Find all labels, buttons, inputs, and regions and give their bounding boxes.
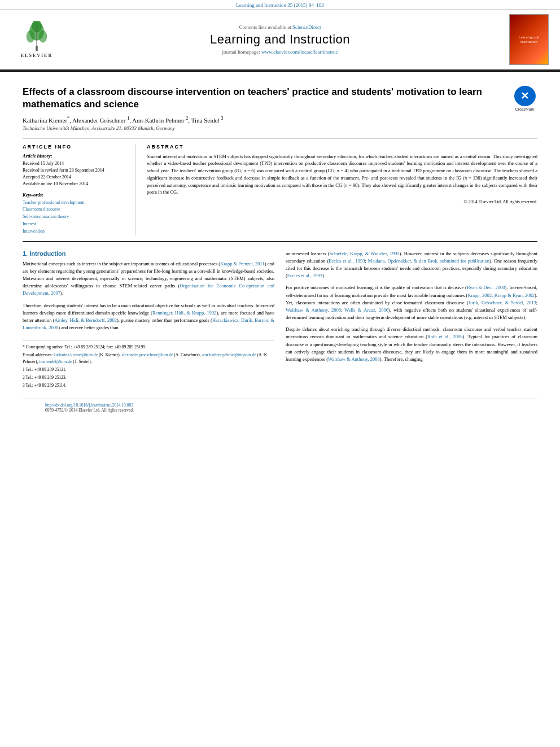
email-link-3[interactable]: ann-kathrin.pehmer@mytum.de bbox=[202, 352, 256, 357]
main-body: 1. Introduction Motivational concepts su… bbox=[23, 250, 537, 391]
journal-header: ELSEVIER Contents lists available at Sci… bbox=[0, 10, 560, 71]
abstract-header: ABSTRACT bbox=[147, 144, 537, 150]
header-divider bbox=[0, 71, 560, 72]
keyword-link-4[interactable]: Interest bbox=[23, 221, 36, 226]
article-info-column: ARTICLE INFO Article history: Received 1… bbox=[23, 144, 135, 235]
elsevier-logo-section: ELSEVIER bbox=[11, 21, 62, 58]
available-date: Available online 10 November 2014 bbox=[23, 181, 126, 187]
footnote-1: 1 Tel.: +49 89 289 25121. bbox=[23, 366, 274, 373]
keyword-link-3[interactable]: Self-determination theory bbox=[23, 214, 69, 219]
article-info-header: ARTICLE INFO bbox=[23, 144, 126, 150]
svg-point-2 bbox=[27, 30, 35, 43]
keywords-header: Keywords: bbox=[23, 192, 126, 198]
journal-cover-image: Learning and Instruction bbox=[509, 14, 549, 65]
ref-maulana[interactable]: Maulana, Opdenakker, & den Brok, submitt… bbox=[368, 258, 489, 264]
intro-paragraph-1: Motivational concepts such as interest i… bbox=[23, 260, 274, 298]
article-affiliation: Technische Universität München, Arcisstr… bbox=[23, 125, 537, 131]
right-paragraph-1: uninterested learners (Schiefele, Krapp,… bbox=[286, 250, 537, 280]
article-authors: Katharina Kiemer*, Alexander Gröschner 1… bbox=[23, 116, 537, 124]
accepted-date: Accepted 22 October 2014 bbox=[23, 174, 126, 181]
article-info-abstract-section: ARTICLE INFO Article history: Received 1… bbox=[23, 138, 537, 242]
ref-eccles-2[interactable]: Eccles et al., 1993 bbox=[287, 273, 322, 278]
ref-ryan-deci[interactable]: Ryan & Deci, 2000 bbox=[467, 285, 505, 290]
cover-title-text: Learning and Instruction bbox=[512, 35, 546, 44]
crossmark-badge[interactable]: ✕ CrossMark bbox=[512, 86, 537, 111]
keyword-link-5[interactable]: Intervention bbox=[23, 229, 45, 234]
svg-point-3 bbox=[39, 30, 47, 43]
received-date: Received 15 July 2014 bbox=[23, 160, 126, 167]
keyword-1: Teacher professional development bbox=[23, 199, 126, 207]
keyword-link-1[interactable]: Teacher professional development bbox=[23, 200, 85, 205]
crossmark-label: CrossMark bbox=[515, 107, 535, 111]
homepage-label: journal homepage: bbox=[222, 49, 260, 55]
elsevier-tree-icon bbox=[20, 21, 54, 52]
copyright-line: © 2014 Elsevier Ltd. All rights reserved… bbox=[147, 199, 537, 204]
footnote-3: 3 Tel.: +49 89 289 25114. bbox=[23, 382, 274, 389]
abstract-column: ABSTRACT Student interest and motivation… bbox=[147, 144, 537, 235]
email-link-4[interactable]: tina.seidel@tum.de bbox=[39, 359, 72, 364]
right-paragraph-2: For positive outcomes of motivated learn… bbox=[286, 284, 537, 321]
keyword-2: Classroom discourse bbox=[23, 206, 126, 213]
bottom-bar: http://dx.doi.org/10.1016/j.learninstruc… bbox=[23, 399, 537, 416]
keyword-3: Self-determination theory bbox=[23, 213, 126, 221]
article-history-items: Received 15 July 2014 Received in revise… bbox=[23, 160, 126, 187]
journal-homepage: journal homepage: www.elsevier.com/locat… bbox=[68, 49, 492, 55]
journal-title-block: Contents lists available at ScienceDirec… bbox=[68, 24, 492, 55]
email-link-2[interactable]: alexander.groeschner@tum.de bbox=[121, 352, 173, 357]
keywords-list: Teacher professional development Classro… bbox=[23, 199, 126, 235]
ref-krapp-prenzel[interactable]: Krapp & Prenzel, 2011 bbox=[220, 261, 265, 267]
keyword-link-2[interactable]: Classroom discourse bbox=[23, 207, 60, 212]
ref-krapp-2002[interactable]: Krapp, 2002; Krapp & Ryan, 2002 bbox=[467, 292, 535, 298]
section-1-heading: 1. Introduction bbox=[23, 250, 274, 257]
article-content: Effects of a classroom discourse interve… bbox=[0, 77, 560, 425]
ref-eccles[interactable]: Eccles et al., 1993 bbox=[329, 258, 365, 264]
article-history-header: Article history: bbox=[23, 153, 126, 159]
footnote-2: 2 Tel.: +49 89 289 25123. bbox=[23, 374, 274, 381]
elsevier-brand-text: ELSEVIER bbox=[21, 53, 53, 58]
doi-link[interactable]: http://dx.doi.org/10.1016/j.learninstruc… bbox=[45, 403, 133, 408]
body-right-column: uninterested learners (Schiefele, Krapp,… bbox=[286, 250, 537, 391]
received-revised-date: Received in revised form 29 September 20… bbox=[23, 167, 126, 174]
email1-name: (K. Kiemer), bbox=[99, 352, 121, 357]
ref-walshaw[interactable]: Walshaw & Anthony, 2008 bbox=[286, 307, 341, 313]
crossmark-icon: ✕ bbox=[520, 90, 529, 102]
email4-name: (T. Seidel). bbox=[73, 359, 91, 364]
ref-renninger[interactable]: Renninger, Hidi, & Krapp, 1992 bbox=[152, 310, 216, 316]
keyword-4: Interest bbox=[23, 221, 126, 228]
footnote-email: E-mail addresses: katharina.kiemer@tum.d… bbox=[23, 352, 274, 365]
ref-roth[interactable]: Roth et al., 2006 bbox=[427, 334, 462, 339]
contents-label: Contents lists available at bbox=[239, 24, 291, 30]
ref-ainley[interactable]: Ainley, Hidi, & Berndorff, 2002 bbox=[55, 317, 117, 323]
abstract-text: Student interest and motivation in STEM … bbox=[147, 153, 537, 196]
journal-reference: Learning and Instruction 35 (2015) 94–10… bbox=[0, 0, 560, 10]
body-left-column: 1. Introduction Motivational concepts su… bbox=[23, 250, 274, 391]
journal-ref-text: Learning and Instruction 35 (2015) 94–10… bbox=[236, 2, 324, 8]
article-title-section: Effects of a classroom discourse interve… bbox=[23, 86, 537, 111]
ref-wells[interactable]: Wells & Arauz, 2006 bbox=[344, 307, 388, 313]
journal-title-main: Learning and Instruction bbox=[68, 32, 492, 47]
ref-walshaw-2[interactable]: Walshaw & Anthony, 2008 bbox=[328, 356, 380, 362]
ref-schiefele[interactable]: Schiefele, Krapp, & Winteler, 1992 bbox=[329, 251, 399, 256]
intro-paragraph-2: Therefore, developing students' interest… bbox=[23, 302, 274, 332]
crossmark-circle: ✕ bbox=[514, 86, 536, 106]
ref-oecd[interactable]: Organisation for Economic Co-operation a… bbox=[23, 283, 274, 296]
article-title: Effects of a classroom discourse interve… bbox=[23, 86, 506, 111]
ref-jurik[interactable]: Jurik, Gröschner, & Seidel, 2013 bbox=[469, 300, 536, 305]
homepage-link[interactable]: www.elsevier.com/locate/learninstruc bbox=[261, 49, 338, 55]
sciencedirect-link[interactable]: ScienceDirect bbox=[292, 24, 321, 30]
journal-cover-section: Learning and Instruction bbox=[498, 14, 549, 65]
email-link-1[interactable]: katharina.kiemer@tum.de bbox=[54, 352, 98, 357]
email2-name: (A. Gröschner), bbox=[174, 352, 200, 357]
footnote-corresponding: * Corresponding author. Tel.: +49 89 289… bbox=[23, 344, 274, 351]
email-label: E-mail addresses: bbox=[23, 352, 53, 357]
sciencedirect-text: Contents lists available at ScienceDirec… bbox=[68, 24, 492, 30]
footnotes-section: * Corresponding author. Tel.: +49 89 289… bbox=[23, 340, 274, 389]
issn-text: 0959-4752/© 2014 Elsevier Ltd. All right… bbox=[45, 408, 515, 413]
right-paragraph-3: Despite debates about enriching teaching… bbox=[286, 326, 537, 363]
keyword-5: Intervention bbox=[23, 228, 126, 235]
